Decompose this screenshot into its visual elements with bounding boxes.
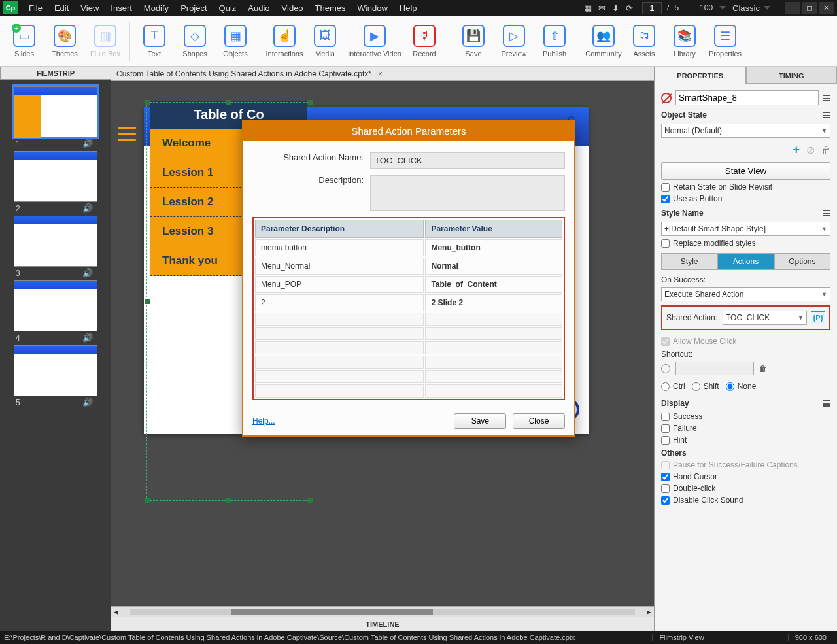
shortcut-input[interactable] [675, 362, 754, 375]
sound-icon[interactable]: 🔊 [82, 139, 93, 148]
document-tab-title[interactable]: Custom Table of Contents Using Shared Ac… [116, 69, 371, 78]
menu-help[interactable]: Help [394, 1, 422, 15]
sound-icon[interactable]: 🔊 [82, 268, 93, 278]
save-button[interactable]: Save [454, 413, 506, 429]
close-dialog-button[interactable]: Close [513, 413, 565, 429]
table-row[interactable]: Menu_POPTable_of_Content [255, 276, 562, 293]
failure-checkbox[interactable] [661, 424, 670, 433]
style-select[interactable]: +[Default Smart Shape Style]▼ [661, 222, 830, 236]
ribbon-slides[interactable]: +▭Slides [4, 18, 44, 64]
retain-state-checkbox[interactable] [661, 183, 670, 192]
success-checkbox[interactable] [661, 413, 670, 421]
ribbon-publish[interactable]: ⇧Publish [534, 18, 575, 64]
ribbon-record[interactable]: 🎙Record [404, 18, 445, 64]
help-link[interactable]: Help... [252, 416, 275, 426]
ctrl-radio[interactable] [661, 382, 670, 391]
shared-action-select[interactable]: TOC_CLICK▼ [723, 311, 807, 325]
subtab-style[interactable]: Style [661, 253, 717, 270]
replace-styles-checkbox[interactable] [661, 239, 670, 248]
filmstrip-slide-3[interactable] [14, 216, 97, 267]
menu-project[interactable]: Project [175, 1, 212, 15]
menu-quiz[interactable]: Quiz [214, 1, 242, 15]
ribbon-objects[interactable]: ▦Objects [215, 18, 256, 64]
ribbon-media[interactable]: 🖼Media [305, 18, 345, 64]
table-row[interactable]: memu buttonMenu_button [255, 239, 562, 256]
sound-icon[interactable]: 🔊 [82, 398, 93, 407]
menu-window[interactable]: Window [352, 1, 393, 15]
filmstrip-num-3: 3 [16, 269, 20, 278]
ribbon-assets[interactable]: 🗂Assets [624, 18, 664, 64]
hamburger-icon[interactable] [118, 127, 136, 141]
filmstrip-slide-1[interactable] [14, 86, 97, 137]
table-row[interactable]: Menu_NormalNormal [255, 258, 562, 275]
filmstrip-slide-2[interactable] [14, 151, 97, 202]
ribbon-themes[interactable]: 🎨Themes [44, 18, 85, 64]
visibility-toggle-icon[interactable] [661, 93, 672, 103]
state-select[interactable]: Normal (Default)▼ [661, 124, 830, 138]
object-name-input[interactable] [675, 90, 819, 105]
menu-edit[interactable]: Edit [49, 1, 74, 15]
zoom-value[interactable]: 100 [700, 3, 713, 12]
state-view-button[interactable]: State View [661, 162, 830, 180]
add-state-icon[interactable]: + [793, 143, 800, 157]
table-row[interactable]: 22 Slide 2 [255, 294, 562, 311]
page-current-input[interactable] [642, 2, 662, 14]
ribbon-preview[interactable]: ▷Preview [494, 18, 534, 64]
mail-icon[interactable]: ✉ [598, 3, 606, 13]
sound-icon[interactable]: 🔊 [82, 203, 93, 213]
parameters-icon[interactable]: {P} [811, 311, 825, 324]
menu-audio[interactable]: Audio [243, 1, 275, 15]
hint-label: Hint [673, 435, 687, 445]
menu-icon[interactable] [823, 95, 830, 101]
subtab-actions[interactable]: Actions [717, 253, 774, 270]
maximize-button[interactable]: ◻ [802, 2, 817, 14]
menu-insert[interactable]: Insert [105, 1, 137, 15]
clear-shortcut-icon[interactable]: 🗑 [759, 364, 767, 373]
menu-icon[interactable] [823, 210, 830, 216]
tab-timing[interactable]: TIMING [746, 67, 838, 84]
disable-sound-checkbox[interactable] [661, 496, 670, 505]
ribbon-interactions[interactable]: ☝Interactions [264, 18, 305, 64]
on-success-select[interactable]: Execute Shared Action▼ [661, 287, 830, 301]
menu-modify[interactable]: Modify [139, 1, 174, 15]
layout-icon[interactable]: ▦ [584, 3, 592, 13]
minimize-button[interactable]: — [785, 2, 800, 14]
ribbon-interactive-video[interactable]: ▶Interactive Video [345, 18, 404, 64]
filmstrip-slide-5[interactable] [14, 345, 97, 396]
hand-cursor-checkbox[interactable] [661, 473, 670, 481]
menu-themes[interactable]: Themes [310, 1, 351, 15]
use-as-button-checkbox[interactable] [661, 195, 670, 203]
timeline-panel[interactable]: TIMELINE [111, 617, 654, 631]
ribbon-community[interactable]: 👥Community [583, 18, 624, 64]
ribbon-properties[interactable]: ☰Properties [705, 18, 745, 64]
sound-icon[interactable]: 🔊 [82, 333, 93, 343]
menu-video[interactable]: Video [277, 1, 309, 15]
ribbon-shapes[interactable]: ◇Shapes [175, 18, 215, 64]
close-button[interactable]: ✕ [819, 2, 834, 14]
zoom-caret-icon[interactable] [719, 6, 726, 10]
tab-properties[interactable]: PROPERTIES [655, 67, 746, 84]
on-success-value: Execute Shared Action [664, 290, 743, 299]
shortcut-radio[interactable] [661, 364, 670, 373]
menu-icon[interactable] [823, 112, 830, 118]
ribbon-text[interactable]: TText [134, 18, 175, 64]
canvas[interactable]: S BA Table of Co Welcome Lession 1 Lessi… [111, 81, 654, 606]
menu-view[interactable]: View [75, 1, 104, 15]
filmstrip-slide-4[interactable] [14, 280, 97, 331]
shift-radio[interactable] [692, 382, 700, 391]
none-radio[interactable] [726, 382, 734, 391]
download-icon[interactable]: ⬇ [612, 3, 619, 13]
h-scrollbar[interactable]: ◂▸ [111, 606, 654, 617]
hint-checkbox[interactable] [661, 436, 670, 445]
document-close-icon[interactable]: × [378, 69, 383, 78]
ribbon-library[interactable]: 📚Library [664, 18, 705, 64]
double-click-checkbox[interactable] [661, 484, 670, 493]
workspace-selector[interactable]: Classic [732, 3, 770, 13]
menu-file[interactable]: File [24, 1, 48, 15]
main-area: Custom Table of Contents Using Shared Ac… [111, 67, 654, 631]
menu-icon[interactable] [823, 400, 830, 407]
subtab-options[interactable]: Options [774, 253, 830, 270]
delete-state-icon[interactable]: 🗑 [821, 145, 830, 156]
sync-icon[interactable]: ⟳ [626, 3, 633, 13]
ribbon-save[interactable]: 💾Save [453, 18, 494, 64]
